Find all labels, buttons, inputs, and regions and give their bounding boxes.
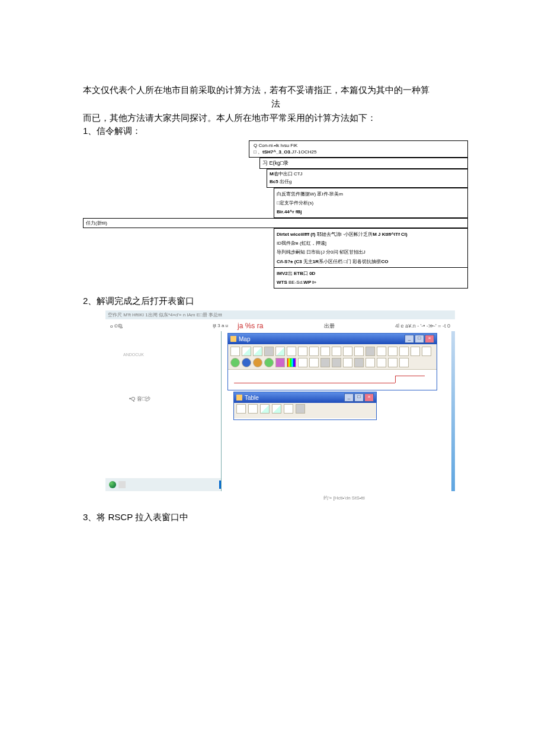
fig1-root-box: Q Con-ni-•lk Ivsu FiK □ 、tSH7^_3_O3.J7-1…: [249, 140, 468, 158]
tool-green-dot-icon[interactable]: [230, 358, 240, 367]
tool-orange-dot-icon[interactable]: [253, 358, 262, 367]
tool-legend-icon[interactable]: [287, 358, 296, 367]
tool-folder2-icon[interactable]: [332, 358, 341, 367]
tool-extra1-icon[interactable]: [298, 358, 307, 367]
tool-hand-icon[interactable]: [354, 358, 364, 367]
tool-last-icon[interactable]: [399, 358, 409, 367]
table-minimize-button[interactable]: _: [344, 393, 354, 402]
fig2-menubar: 空作尺 M'ft HftIKI 1出闸 似东*4«d'» n IAm E□册 事…: [105, 310, 455, 319]
maximize-button[interactable]: □: [415, 335, 424, 343]
tool-pan-icon[interactable]: [264, 347, 274, 356]
table-tool-hand-icon[interactable]: [296, 404, 305, 414]
globe-icon: [109, 481, 116, 488]
map-line-2: [395, 376, 396, 383]
tool-doc-icon[interactable]: [343, 358, 352, 367]
tool-clear-icon[interactable]: [399, 347, 409, 356]
tool-export-icon[interactable]: [354, 347, 364, 356]
fig2-right-gradient-edge: [451, 331, 455, 491]
table-maximize-button[interactable]: □: [354, 393, 364, 402]
fig2-statusbar: 约'» [Hcti•'dn StS•tti: [105, 491, 455, 501]
tool-zoom-in-icon[interactable]: [242, 347, 251, 356]
table-tool-select-icon[interactable]: [248, 404, 258, 414]
tool-camera-icon[interactable]: [366, 358, 375, 367]
stub-icon: [118, 481, 126, 488]
fig2-red-text: ja %s ra: [238, 322, 263, 330]
tool-layers-icon[interactable]: [298, 347, 307, 356]
table-tool-find-icon[interactable]: [272, 404, 281, 414]
fig1-sub3: 白反寄恁件擞据W) 罩I件-班美m □定支学件分析(s) Bir.44^r fB…: [274, 188, 468, 219]
step-3: 3、将 RSCP 拉入表窗口中: [83, 512, 468, 523]
fig1-sub1: 习 E(kg□录: [259, 158, 468, 169]
tool-lock-icon[interactable]: [422, 347, 431, 356]
fig2-side-bottom: [105, 478, 221, 491]
tool-grid-icon[interactable]: [309, 347, 319, 356]
table-tool-zoom-icon[interactable]: [260, 404, 270, 414]
tool-settings-icon[interactable]: [411, 347, 420, 356]
map-window[interactable]: Map _ □ ×: [227, 333, 437, 390]
fig2-side-label-1: ANDOCUK: [123, 353, 144, 357]
fig2-right-header: ja %s ra 出册 4l e a¥.n - '-• -≫-' = -t 0: [233, 319, 455, 331]
tool-extra2-icon[interactable]: [309, 358, 319, 367]
table-window-titlebar[interactable]: Table _ □ ×: [234, 392, 376, 403]
map-toolbar: [228, 344, 437, 370]
tool-zoom-out-icon[interactable]: [253, 347, 262, 356]
tool-text-icon[interactable]: [377, 358, 386, 367]
map-line-1: [234, 383, 395, 383]
table-window-title: Table: [245, 395, 259, 401]
tool-arrow-icon[interactable]: [230, 347, 240, 356]
step-2: 2、解调完成之后打开表窗口: [83, 296, 468, 307]
table-toolbar: [234, 403, 376, 418]
map-icon: [230, 336, 236, 342]
tool-folder1-icon[interactable]: [320, 358, 330, 367]
fig1-root-l2: □ 、tSH7^_3_O3.J7-1OCH25: [252, 149, 465, 156]
intro-line-2: 法: [83, 97, 468, 110]
table-close-button[interactable]: ×: [364, 393, 374, 402]
tool-zoom-fit-icon[interactable]: [275, 347, 285, 356]
map-window-titlebar[interactable]: Map _ □ ×: [228, 334, 437, 344]
figure-1-tree: Q Con-ni-•lk Ivsu FiK □ 、tSH7^_3_O3.J7-1…: [249, 140, 498, 289]
fig2-main-area: Map _ □ ×: [222, 331, 451, 491]
figure-2-screenshot: 空作尺 M'ft HftIKI 1出闸 似东*4«d'» n IAm E□册 事…: [105, 310, 455, 501]
tool-measure-icon[interactable]: [332, 347, 341, 356]
fig1-root-l1: Q Con-ni-•lk Ivsu FiK: [252, 142, 465, 149]
fig2-sidebar: ANDOCUK •Q 音□沙: [105, 331, 222, 491]
fig1-sub4: Dirtet wiceiiIfff (f) 耶娃去气清I ·小区帐汁乏所M J …: [274, 228, 468, 289]
tool-green2-dot-icon[interactable]: [264, 358, 274, 367]
table-tool-copy-icon[interactable]: [284, 404, 293, 414]
close-button[interactable]: ×: [425, 335, 434, 343]
tool-pink-icon[interactable]: [275, 358, 285, 367]
table-window[interactable]: Table _ □ ×: [233, 392, 377, 420]
tool-redo-icon[interactable]: [388, 347, 397, 356]
fig1-sub2: M临中出口 CTJ Bc5 出任g: [267, 169, 468, 188]
tool-print-icon[interactable]: [366, 347, 375, 356]
intro-line-1: 本文仅代表个人所在地市目前采取的计算方法，若有不妥请指正，本篇仅为其中的一种算: [83, 83, 468, 97]
tool-select-icon[interactable]: [320, 347, 330, 356]
minimize-button[interactable]: _: [405, 335, 414, 343]
tool-label-icon[interactable]: [343, 347, 352, 356]
table-tool-pointer-icon[interactable]: [236, 404, 246, 414]
fig1-wide-row: 任力(折tII): [83, 218, 468, 228]
handle-icon: [219, 480, 221, 489]
map-line-3: [395, 376, 425, 376]
map-window-title: Map: [239, 336, 250, 342]
tool-undo-icon[interactable]: [377, 347, 386, 356]
tool-info-icon[interactable]: [287, 347, 296, 356]
fig2-left-header: o ©电 ijt 3 a u: [105, 319, 233, 331]
table-icon: [236, 395, 242, 401]
tool-blue-dot-icon[interactable]: [242, 358, 251, 367]
fig2-side-label-2: •Q 音□沙: [129, 395, 150, 403]
intro-line-3: 而已，其他方法请大家共同探讨。本人所在地市平常采用的计算方法如下：: [83, 111, 468, 124]
map-canvas[interactable]: [228, 370, 437, 390]
step-1: 1、信令解调：: [83, 126, 468, 137]
tool-chart-icon[interactable]: [388, 358, 397, 367]
